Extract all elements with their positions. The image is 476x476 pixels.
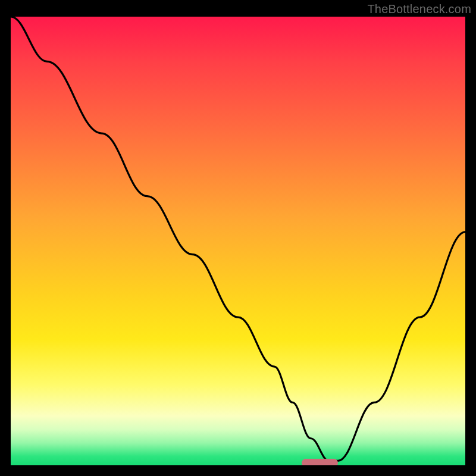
bottleneck-curve: [11, 17, 465, 465]
optimal-marker: [302, 459, 338, 465]
watermark-text: TheBottleneck.com: [367, 2, 471, 16]
plot-area: [11, 17, 465, 465]
chart-frame: TheBottleneck.com: [0, 0, 476, 476]
